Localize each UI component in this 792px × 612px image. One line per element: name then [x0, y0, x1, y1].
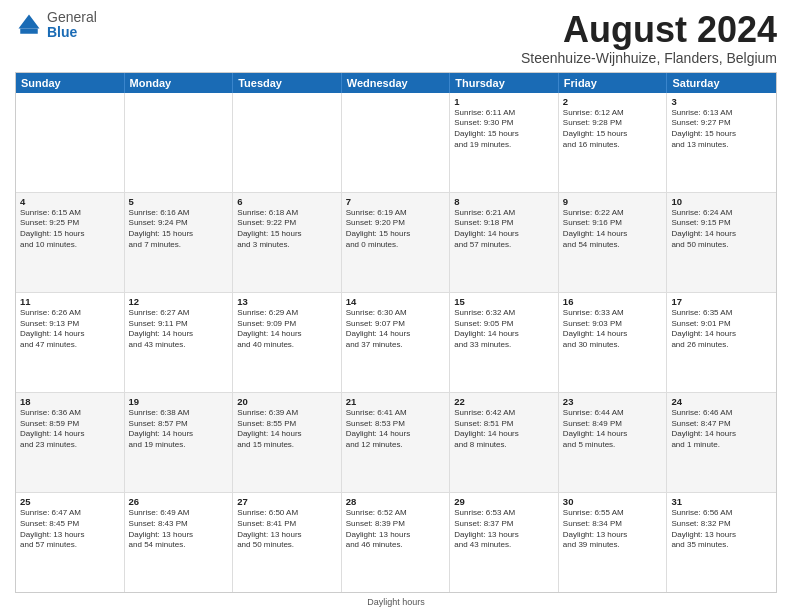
cal-cell-19: 19Sunrise: 6:38 AMSunset: 8:57 PMDayligh…	[125, 393, 234, 492]
month-year: August 2024	[521, 10, 777, 50]
cal-header-sunday: Sunday	[16, 73, 125, 93]
cell-line: Sunrise: 6:29 AM	[237, 308, 337, 319]
day-number: 2	[563, 96, 663, 107]
day-number: 30	[563, 496, 663, 507]
cell-line: Sunset: 8:43 PM	[129, 519, 229, 530]
cell-line: Sunrise: 6:52 AM	[346, 508, 446, 519]
cell-line: and 33 minutes.	[454, 340, 554, 351]
cell-line: Sunset: 8:41 PM	[237, 519, 337, 530]
day-number: 16	[563, 296, 663, 307]
cell-line: Sunrise: 6:39 AM	[237, 408, 337, 419]
cal-cell-empty-02	[233, 93, 342, 192]
cal-cell-26: 26Sunrise: 6:49 AMSunset: 8:43 PMDayligh…	[125, 493, 234, 592]
cell-line: and 8 minutes.	[454, 440, 554, 451]
cal-cell-8: 8Sunrise: 6:21 AMSunset: 9:18 PMDaylight…	[450, 193, 559, 292]
cell-line: and 57 minutes.	[454, 240, 554, 251]
cal-cell-23: 23Sunrise: 6:44 AMSunset: 8:49 PMDayligh…	[559, 393, 668, 492]
cal-row-2: 4Sunrise: 6:15 AMSunset: 9:25 PMDaylight…	[16, 192, 776, 292]
cell-line: Sunset: 9:03 PM	[563, 319, 663, 330]
cell-line: Daylight: 13 hours	[563, 530, 663, 541]
cell-line: and 35 minutes.	[671, 540, 772, 551]
cell-line: and 47 minutes.	[20, 340, 120, 351]
cal-row-3: 11Sunrise: 6:26 AMSunset: 9:13 PMDayligh…	[16, 292, 776, 392]
cal-row-5: 25Sunrise: 6:47 AMSunset: 8:45 PMDayligh…	[16, 492, 776, 592]
cal-cell-27: 27Sunrise: 6:50 AMSunset: 8:41 PMDayligh…	[233, 493, 342, 592]
cell-line: and 19 minutes.	[129, 440, 229, 451]
cal-cell-17: 17Sunrise: 6:35 AMSunset: 9:01 PMDayligh…	[667, 293, 776, 392]
cell-line: and 5 minutes.	[563, 440, 663, 451]
cell-line: Sunset: 8:34 PM	[563, 519, 663, 530]
calendar-body: 1Sunrise: 6:11 AMSunset: 9:30 PMDaylight…	[16, 93, 776, 592]
cell-line: Sunset: 8:57 PM	[129, 419, 229, 430]
day-number: 25	[20, 496, 120, 507]
cell-line: Sunrise: 6:26 AM	[20, 308, 120, 319]
cell-line: and 23 minutes.	[20, 440, 120, 451]
cell-line: Sunrise: 6:49 AM	[129, 508, 229, 519]
day-number: 21	[346, 396, 446, 407]
cell-line: and 12 minutes.	[346, 440, 446, 451]
cal-cell-empty-01	[125, 93, 234, 192]
day-number: 4	[20, 196, 120, 207]
cal-cell-20: 20Sunrise: 6:39 AMSunset: 8:55 PMDayligh…	[233, 393, 342, 492]
day-number: 23	[563, 396, 663, 407]
day-number: 17	[671, 296, 772, 307]
cell-line: Daylight: 14 hours	[454, 329, 554, 340]
cell-line: Daylight: 13 hours	[129, 530, 229, 541]
cal-row-1: 1Sunrise: 6:11 AMSunset: 9:30 PMDaylight…	[16, 93, 776, 192]
cell-line: Daylight: 14 hours	[237, 329, 337, 340]
cell-line: Daylight: 14 hours	[454, 429, 554, 440]
cal-header-wednesday: Wednesday	[342, 73, 451, 93]
day-number: 26	[129, 496, 229, 507]
day-number: 7	[346, 196, 446, 207]
cell-line: and 43 minutes.	[129, 340, 229, 351]
logo-blue: Blue	[47, 25, 97, 40]
cell-line: Sunrise: 6:55 AM	[563, 508, 663, 519]
cal-header-thursday: Thursday	[450, 73, 559, 93]
cell-line: Sunset: 8:47 PM	[671, 419, 772, 430]
svg-marker-0	[19, 15, 40, 29]
cell-line: Sunset: 9:11 PM	[129, 319, 229, 330]
cell-line: Sunrise: 6:56 AM	[671, 508, 772, 519]
cal-cell-4: 4Sunrise: 6:15 AMSunset: 9:25 PMDaylight…	[16, 193, 125, 292]
cell-line: Sunset: 8:59 PM	[20, 419, 120, 430]
logo: General Blue	[15, 10, 97, 41]
cal-cell-14: 14Sunrise: 6:30 AMSunset: 9:07 PMDayligh…	[342, 293, 451, 392]
calendar-header-row: SundayMondayTuesdayWednesdayThursdayFrid…	[16, 73, 776, 93]
cell-line: Sunrise: 6:30 AM	[346, 308, 446, 319]
cal-cell-2: 2Sunrise: 6:12 AMSunset: 9:28 PMDaylight…	[559, 93, 668, 192]
cell-line: Sunset: 9:20 PM	[346, 218, 446, 229]
cell-line: Sunset: 8:45 PM	[20, 519, 120, 530]
cell-line: and 26 minutes.	[671, 340, 772, 351]
day-number: 6	[237, 196, 337, 207]
cell-line: Sunrise: 6:32 AM	[454, 308, 554, 319]
cell-line: Sunset: 9:28 PM	[563, 118, 663, 129]
cell-line: Sunrise: 6:16 AM	[129, 208, 229, 219]
cell-line: Daylight: 13 hours	[237, 530, 337, 541]
cell-line: and 43 minutes.	[454, 540, 554, 551]
cal-cell-22: 22Sunrise: 6:42 AMSunset: 8:51 PMDayligh…	[450, 393, 559, 492]
cell-line: Sunset: 9:24 PM	[129, 218, 229, 229]
cell-line: Sunrise: 6:27 AM	[129, 308, 229, 319]
cell-line: Sunset: 8:49 PM	[563, 419, 663, 430]
cal-cell-30: 30Sunrise: 6:55 AMSunset: 8:34 PMDayligh…	[559, 493, 668, 592]
day-number: 24	[671, 396, 772, 407]
cell-line: Sunrise: 6:41 AM	[346, 408, 446, 419]
cell-line: Daylight: 13 hours	[454, 530, 554, 541]
day-number: 3	[671, 96, 772, 107]
cal-cell-31: 31Sunrise: 6:56 AMSunset: 8:32 PMDayligh…	[667, 493, 776, 592]
cal-header-friday: Friday	[559, 73, 668, 93]
cell-line: and 57 minutes.	[20, 540, 120, 551]
cell-line: Daylight: 15 hours	[454, 129, 554, 140]
cell-line: Sunrise: 6:33 AM	[563, 308, 663, 319]
cell-line: Sunrise: 6:13 AM	[671, 108, 772, 119]
cell-line: Daylight: 14 hours	[563, 429, 663, 440]
cal-cell-15: 15Sunrise: 6:32 AMSunset: 9:05 PMDayligh…	[450, 293, 559, 392]
cell-line: Daylight: 13 hours	[671, 530, 772, 541]
day-number: 19	[129, 396, 229, 407]
cell-line: Sunrise: 6:38 AM	[129, 408, 229, 419]
cell-line: Sunset: 9:15 PM	[671, 218, 772, 229]
cell-line: Sunset: 9:13 PM	[20, 319, 120, 330]
cell-line: Daylight: 15 hours	[20, 229, 120, 240]
day-number: 31	[671, 496, 772, 507]
cell-line: Sunrise: 6:53 AM	[454, 508, 554, 519]
